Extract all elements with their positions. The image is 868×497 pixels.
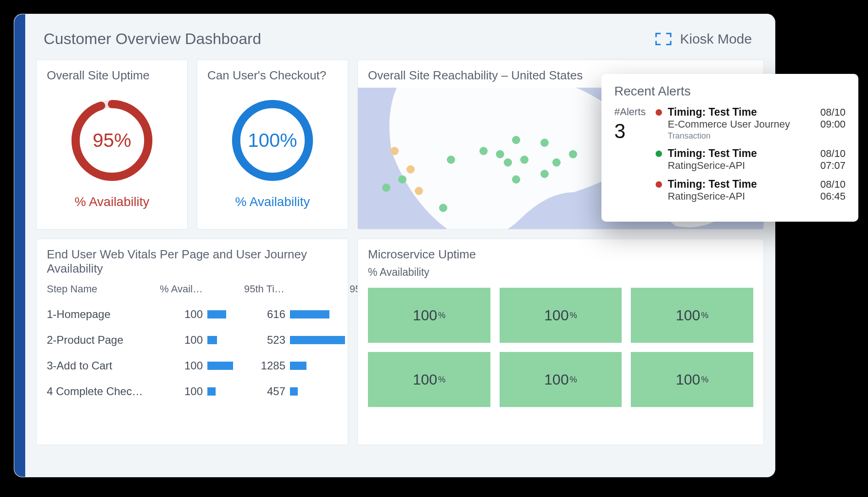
step-name: 2-Product Page (47, 334, 148, 346)
tile-unit: % (438, 375, 445, 385)
bar-icon (207, 387, 216, 396)
alert-source: RatingSerice-API (668, 190, 820, 202)
status-dot-icon (656, 181, 662, 188)
kiosk-mode-button[interactable]: Kiosk Mode (655, 31, 752, 47)
table-row[interactable]: 1-Homepage10061622167216 (37, 302, 348, 327)
microservice-sub: % Availability (358, 266, 763, 285)
alert-time: 07:07 (820, 160, 846, 172)
alert-extra: Transaction (656, 131, 846, 141)
uptime-value: 95% (71, 99, 153, 182)
uptime-title: Overall Site Uptime (37, 60, 160, 87)
kiosk-mode-label: Kiosk Mode (680, 31, 752, 47)
bar-icon (290, 362, 306, 370)
alert-date: 08/10 (820, 106, 846, 118)
step-name: 1-Homepage (47, 308, 148, 321)
step-name: 4 Complete Check… (47, 385, 148, 398)
alerts-popover: Recent Alerts #Alerts 3 Timing: Test Tim… (601, 74, 858, 222)
microservice-card: Microservice Uptime % Availability 100%1… (357, 239, 764, 445)
alert-name: Timing: Test Time (668, 147, 820, 160)
time-value: 457 (244, 385, 285, 398)
alert-date: 08/10 (820, 148, 846, 160)
microservice-tile[interactable]: 100% (631, 288, 753, 343)
checkout-label: % Availability (235, 195, 310, 209)
availability-value: 100 (152, 359, 203, 372)
bar-icon (290, 310, 329, 318)
checkout-title: Can User's Checkout? (197, 60, 336, 87)
uptime-gauge: 95% (71, 99, 153, 182)
page-title: Customer Overview Dashboard (44, 30, 261, 48)
col-step: Step Name (47, 283, 148, 295)
microservice-tile[interactable]: 100% (368, 352, 490, 407)
alert-date: 08/10 (820, 179, 846, 190)
map-dot[interactable] (540, 170, 549, 178)
left-accent-bar (14, 14, 25, 477)
fullscreen-icon (655, 33, 672, 45)
vitals-title: End User Web Vitals Per Page and User Jo… (37, 239, 348, 280)
time-value: 1285 (244, 359, 285, 372)
tile-value: 100 (676, 307, 700, 324)
availability-value: 100 (152, 385, 203, 398)
map-dot[interactable] (512, 175, 520, 184)
microservice-tile[interactable]: 100% (631, 352, 753, 407)
tile-unit: % (701, 311, 708, 320)
tile-unit: % (701, 375, 708, 385)
alert-name: Timing: Test Time (668, 178, 820, 190)
tile-value: 100 (544, 371, 568, 388)
step-name: 3-Add to Cart (47, 359, 148, 372)
tile-value: 100 (676, 371, 700, 388)
alert-item[interactable]: Timing: Test Time08/10RatingSerice-API07… (656, 147, 846, 172)
map-dot[interactable] (439, 204, 447, 212)
map-dot[interactable] (540, 139, 549, 147)
map-dot[interactable] (496, 150, 504, 158)
table-row[interactable]: 4 Complete Check…1004577211121 (37, 379, 348, 404)
map-dot[interactable] (390, 147, 399, 155)
map-dot[interactable] (512, 136, 520, 144)
header: Customer Overview Dashboard Kiosk Mode (25, 14, 775, 60)
time-value: 523 (244, 334, 285, 346)
map-dot[interactable] (569, 150, 577, 158)
col-t1: 95th Time To… (244, 283, 285, 295)
vitals-card: End User Web Vitals Per Page and User Jo… (36, 239, 348, 445)
checkout-gauge: 100% (231, 99, 314, 182)
alert-source: E-Commerce User Journey (668, 118, 820, 130)
uptime-label: % Availability (75, 195, 150, 209)
alert-item[interactable]: Timing: Test Time08/10RatingSerice-API06… (656, 178, 846, 202)
microservice-tile[interactable]: 100% (500, 352, 622, 407)
alert-item[interactable]: Timing: Test Time08/10E-Commerce User Jo… (656, 106, 846, 141)
availability-value: 100 (152, 308, 203, 321)
microservice-tile[interactable]: 100% (368, 288, 490, 343)
tile-unit: % (570, 375, 577, 385)
microservice-grid: 100%100%100%100%100%100% (358, 285, 763, 417)
bar-icon (207, 336, 217, 344)
alerts-count: 3 (614, 120, 645, 143)
checkout-value: 100% (231, 99, 314, 182)
tile-unit: % (570, 311, 577, 320)
status-dot-icon (656, 109, 662, 116)
alerts-count-label: #Alerts (614, 106, 645, 118)
alert-name: Timing: Test Time (668, 106, 820, 118)
tile-unit: % (438, 311, 445, 320)
checkout-card: Can User's Checkout? 100% % Availability (197, 60, 348, 229)
map-dot[interactable] (520, 156, 529, 164)
bar-icon (290, 336, 345, 344)
bar-icon (207, 310, 226, 318)
alerts-title: Recent Alerts (614, 84, 846, 99)
table-row[interactable]: 2-Product Page100523341071107 (37, 327, 348, 353)
availability-value: 100 (152, 334, 203, 346)
tile-value: 100 (544, 307, 568, 324)
table-row[interactable]: 3-Add to Cart100128512059205 (37, 353, 348, 379)
uptime-card: Overall Site Uptime 95% % Availability (36, 60, 188, 229)
tile-value: 100 (413, 307, 437, 324)
microservice-title: Microservice Uptime (358, 239, 763, 266)
col-avail: % Avail… (152, 283, 203, 295)
alert-time: 09:00 (820, 118, 846, 130)
bar-icon (207, 362, 233, 370)
bar-icon (290, 387, 298, 396)
map-dot[interactable] (415, 187, 423, 195)
alert-time: 06:45 (820, 190, 846, 202)
time-value: 616 (244, 308, 285, 321)
dashboard-window: Customer Overview Dashboard Kiosk Mode O… (14, 14, 775, 477)
microservice-tile[interactable]: 100% (500, 288, 622, 343)
alerts-count-col: #Alerts 3 (614, 106, 645, 209)
vitals-header-row: Step Name % Avail… 95th Time To… 95th Ti… (37, 280, 348, 302)
